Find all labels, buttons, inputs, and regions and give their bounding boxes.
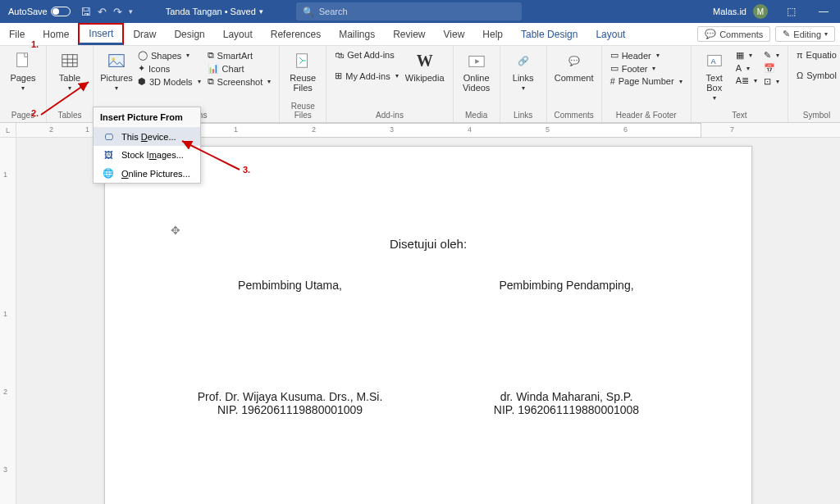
my-addins-button[interactable]: ⊞My Add-ins▾: [335, 70, 398, 81]
search-box[interactable]: 🔍 Search: [296, 2, 522, 20]
object-button[interactable]: ⊡▾: [764, 76, 779, 87]
stock-images-item[interactable]: 🖼Stock Images...: [94, 146, 200, 164]
table-icon: [59, 50, 80, 71]
drop-cap-button[interactable]: A≣▾: [736, 75, 757, 86]
pages-button[interactable]: Pages ▾: [5, 48, 41, 92]
links-button[interactable]: 🔗 Links ▾: [505, 48, 541, 92]
tab-table-design[interactable]: Table Design: [512, 23, 587, 45]
vertical-ruler[interactable]: 1 1 2 3: [0, 138, 16, 504]
chevron-down-icon: ▾: [186, 52, 189, 59]
screenshot-button[interactable]: ⧉Screenshot▾: [208, 76, 272, 87]
datetime-button[interactable]: 📅: [764, 63, 779, 74]
tab-view[interactable]: View: [435, 23, 474, 45]
ribbon-options-icon[interactable]: ⬚: [774, 6, 807, 17]
tab-layout[interactable]: Layout: [214, 23, 262, 45]
tab-table-layout[interactable]: Layout: [587, 23, 634, 45]
text-box-button[interactable]: A Text Box ▾: [696, 48, 733, 102]
online-video-button[interactable]: Online Videos: [459, 48, 495, 93]
chevron-down-icon: ▾: [754, 77, 757, 84]
this-device-item[interactable]: 🖵This Device...: [94, 128, 200, 146]
cube-icon: ⬢: [138, 76, 146, 87]
parts-icon: ▦: [736, 50, 744, 61]
chart-button[interactable]: 📊Chart: [208, 63, 272, 74]
group-pages: Pages ▾ Pages: [0, 46, 47, 122]
tab-insert[interactable]: Insert: [78, 23, 124, 45]
links-label: Links: [513, 73, 534, 83]
group-label: Tables: [52, 109, 88, 122]
shapes-button[interactable]: ◯Shapes▾: [138, 50, 201, 61]
chevron-down-icon: ▾: [679, 78, 682, 85]
picture-icon: [106, 50, 127, 71]
date-icon: 📅: [764, 63, 775, 74]
document-page[interactable]: ✥ Disetujui oleh: Pembimbing Utama, Prof…: [104, 146, 752, 504]
table-anchor-icon[interactable]: ✥: [171, 224, 180, 237]
models-button[interactable]: ⬢3D Models▾: [138, 76, 201, 87]
annotation-3: 3.: [243, 165, 250, 175]
search-placeholder: Search: [319, 7, 348, 16]
reuse-files-button[interactable]: Reuse Files: [285, 48, 321, 93]
doc-title-dd[interactable]: ▾: [259, 7, 263, 16]
tab-references[interactable]: References: [262, 23, 330, 45]
group-label: Symbol: [793, 109, 840, 122]
footer-button[interactable]: ▭Footer▾: [610, 63, 682, 74]
editing-mode-button[interactable]: ✎Editing▾: [775, 26, 835, 42]
reuse-icon: [292, 50, 313, 71]
dropdown-title: Insert Picture From: [94, 107, 200, 128]
tab-draw[interactable]: Draw: [124, 23, 165, 45]
pages-label: Pages: [10, 73, 35, 83]
video-label: Online Videos: [463, 73, 490, 93]
undo-icon[interactable]: ↶: [98, 6, 107, 18]
doc-title: Tanda Tangan • Saved: [166, 7, 256, 16]
chart-label: Chart: [222, 64, 244, 74]
symbol-button[interactable]: ΩSymbol: [797, 70, 837, 80]
group-label: Reuse Files: [285, 100, 321, 122]
smartart-button[interactable]: ⧉SmartArt: [208, 50, 272, 61]
right-col-title: Pembimbing Pendamping,: [439, 279, 694, 292]
pictures-button[interactable]: Pictures ▾: [98, 48, 135, 92]
header-button[interactable]: ▭Header▾: [610, 50, 682, 61]
comment-button[interactable]: 💬 Comment: [552, 48, 596, 83]
signature-icon: ✎: [764, 50, 771, 61]
group-label: Links: [505, 109, 541, 122]
svg-text:A: A: [710, 57, 716, 66]
tab-design[interactable]: Design: [165, 23, 213, 45]
autosave-toggle[interactable]: [51, 7, 71, 16]
page-number-button[interactable]: #Page Number▾: [610, 76, 682, 86]
approved-heading: Disetujui oleh:: [162, 237, 694, 251]
minimize-icon[interactable]: —: [807, 6, 840, 17]
tab-home[interactable]: Home: [34, 23, 78, 45]
left-col-nip: NIP. 1962061119880001009: [162, 403, 418, 416]
chevron-down-icon: ▾: [395, 72, 399, 79]
signature-button[interactable]: ✎▾: [764, 50, 779, 61]
chevron-down-icon: ▾: [115, 84, 118, 92]
pagenum-label: Page Number: [619, 76, 674, 86]
icons-button[interactable]: ✦Icons: [138, 63, 201, 74]
left-col-title: Pembimbing Utama,: [162, 279, 418, 292]
ruler-mark: 3: [390, 125, 394, 134]
tab-help[interactable]: Help: [473, 23, 512, 45]
quick-parts-button[interactable]: ▦▾: [736, 50, 757, 61]
wordart-button[interactable]: A▾: [736, 63, 757, 73]
avatar[interactable]: M: [753, 4, 768, 19]
online-pictures-item[interactable]: 🌐Online Pictures...: [94, 164, 200, 183]
tab-mailings[interactable]: Mailings: [330, 23, 384, 45]
get-addins-button[interactable]: 🛍Get Add-ins: [335, 50, 398, 60]
group-media: Online Videos Media: [454, 46, 500, 122]
tab-review[interactable]: Review: [384, 23, 434, 45]
store-icon: 🛍: [335, 50, 344, 60]
tab-file[interactable]: File: [0, 23, 34, 45]
footer-icon: ▭: [610, 63, 619, 74]
save-icon[interactable]: 🖫: [80, 6, 91, 18]
footer-label: Footer: [622, 64, 648, 74]
addins-icon: ⊞: [335, 70, 342, 81]
table-button[interactable]: Table ▾: [52, 48, 88, 92]
qat-more-icon[interactable]: ▾: [129, 7, 133, 16]
ruler-corner: L: [0, 123, 16, 138]
redo-icon[interactable]: ↷: [113, 6, 122, 18]
equation-button[interactable]: πEquatio: [797, 50, 837, 60]
group-label: Header & Footer: [607, 109, 686, 122]
wikipedia-button[interactable]: W Wikipedia: [402, 48, 448, 83]
table-label: Table: [59, 73, 80, 83]
right-col-nip: NIP. 1962061119880001008: [439, 403, 694, 416]
comments-button[interactable]: 💬Comments: [697, 26, 770, 42]
